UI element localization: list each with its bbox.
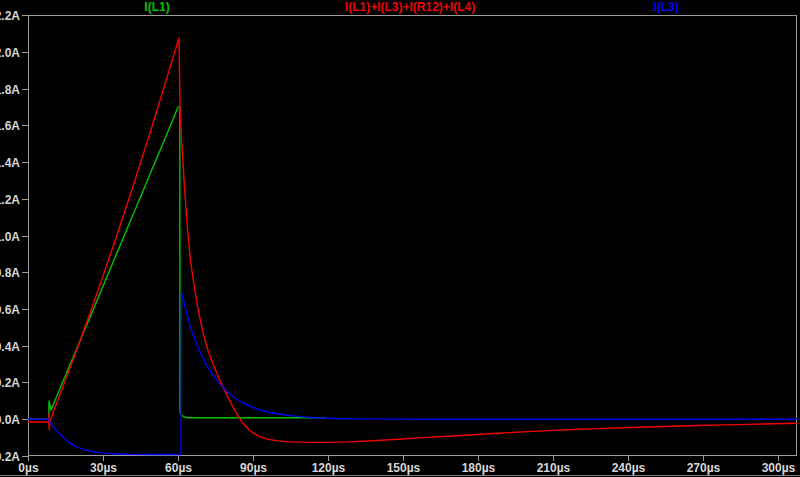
waveform-plot: 2.2A2.0A1.8A1.6A1.4A1.2A1.0A0.8A0.6A0.4A… — [0, 0, 800, 477]
y-axis-tick-label: 2.0A — [0, 46, 20, 60]
x-axis-tick-label: 300µs — [762, 461, 796, 475]
y-axis-tick-label: 2.2A — [0, 9, 20, 23]
y-axis-tick-label: 1.6A — [0, 119, 20, 133]
y-axis-tick-label: 0.0A — [0, 413, 20, 427]
y-axis-tick-label: 0.8A — [0, 266, 20, 280]
y-axis-tick-label: -0.2A — [0, 450, 20, 464]
y-axis-tick-label: 1.8A — [0, 83, 20, 97]
x-axis-tick-label: 180µs — [462, 461, 496, 475]
x-axis-tick-label: 210µs — [537, 461, 571, 475]
plot-area[interactable] — [28, 15, 797, 456]
y-axis-tick-label: 0.4A — [0, 340, 20, 354]
waveform-viewer-window: { "window": { "background": "#000000", "… — [0, 0, 800, 477]
x-axis-tick-label: 90µs — [240, 461, 267, 475]
x-axis-tick-label: 30µs — [90, 461, 117, 475]
y-axis-tick-label: 1.0A — [0, 230, 20, 244]
x-axis-tick-label: 120µs — [312, 461, 346, 475]
y-axis-tick-label: 0.2A — [0, 376, 20, 390]
x-axis-tick-label: 150µs — [387, 461, 421, 475]
x-axis-tick-label: 270µs — [687, 461, 721, 475]
y-axis-tick-label: 0.6A — [0, 303, 20, 317]
x-axis-tick-label: 60µs — [165, 461, 192, 475]
y-axis-tick-label: 1.4A — [0, 156, 20, 170]
x-axis-tick-label: 0µs — [18, 461, 39, 475]
y-axis-tick-label: 1.2A — [0, 193, 20, 207]
x-axis-tick-label: 240µs — [612, 461, 646, 475]
